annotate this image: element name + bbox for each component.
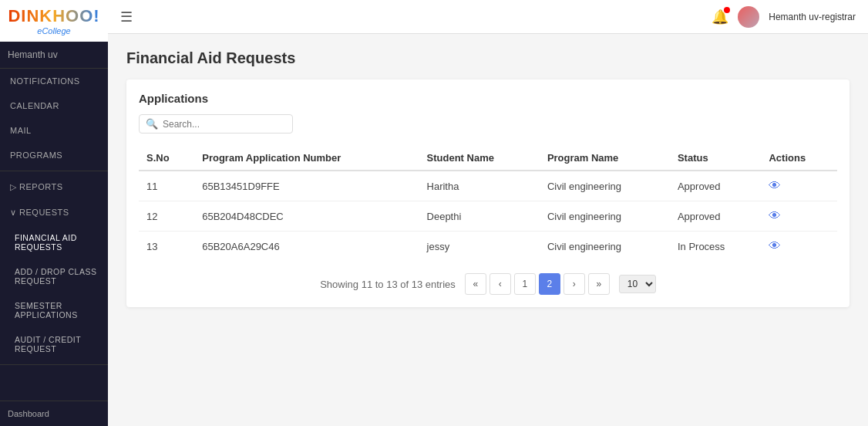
sidebar: DINKHOO! eCollege Hemanth uv NOTIFICATIO… bbox=[0, 0, 108, 426]
logo-dinkhoo: DINKHOO! bbox=[8, 6, 99, 26]
cell-status: Approved bbox=[670, 201, 762, 232]
page-last-btn[interactable]: » bbox=[588, 273, 610, 295]
sidebar-item-financial-aid[interactable]: FINANCIAL AID REQUESTS bbox=[0, 225, 108, 259]
sidebar-item-notifications[interactable]: NOTIFICATIONS bbox=[0, 69, 108, 93]
page-first-btn[interactable]: « bbox=[465, 273, 486, 295]
cell-program-name: Civil engineering bbox=[540, 171, 670, 201]
hamburger-icon[interactable]: ☰ bbox=[120, 8, 133, 25]
col-app-number: Program Application Number bbox=[194, 146, 419, 171]
cell-student-name: Deepthi bbox=[419, 201, 540, 232]
sidebar-item-reports[interactable]: ▷ REPORTS bbox=[0, 174, 108, 200]
topbar-right: 🔔 Hemanth uv-registrar bbox=[712, 6, 856, 28]
topbar: ☰ 🔔 Hemanth uv-registrar bbox=[108, 0, 868, 34]
cell-status: In Process bbox=[670, 232, 762, 262]
sidebar-item-calendar[interactable]: CALENDAR bbox=[0, 93, 108, 118]
cell-program-name: Civil engineering bbox=[540, 201, 670, 232]
page-title: Financial Aid Requests bbox=[126, 49, 849, 67]
cell-student-name: Haritha bbox=[419, 171, 540, 201]
logo-ecollege: eCollege bbox=[37, 26, 70, 36]
table-body: 11 65B13451D9FFE Haritha Civil engineeri… bbox=[139, 171, 837, 261]
topbar-username: Hemanth uv-registrar bbox=[769, 12, 856, 22]
cell-actions: 👁 bbox=[761, 201, 837, 232]
cell-sno: 12 bbox=[139, 201, 194, 232]
pagination-info: Showing 11 to 13 of 13 entries bbox=[320, 279, 456, 290]
cell-app-number: 65B13451D9FFE bbox=[194, 171, 419, 201]
avatar bbox=[738, 6, 759, 28]
sidebar-item-add-drop[interactable]: ADD / DROP CLASS REQUEST bbox=[0, 259, 108, 293]
table-row: 13 65B20A6A29C46 jessy Civil engineering… bbox=[139, 232, 837, 262]
sidebar-dashboard[interactable]: Dashboard bbox=[0, 401, 108, 426]
col-student-name: Student Name bbox=[419, 146, 540, 171]
search-input[interactable] bbox=[163, 119, 286, 130]
search-bar[interactable]: 🔍 bbox=[139, 114, 293, 134]
cell-app-number: 65B20A6A29C46 bbox=[194, 232, 419, 262]
card-title: Applications bbox=[139, 92, 837, 105]
sidebar-item-semester-apps[interactable]: SEMESTER APPLICATIONS bbox=[0, 293, 108, 327]
page-next-btn[interactable]: › bbox=[564, 273, 585, 295]
notification-dot bbox=[724, 7, 730, 13]
sidebar-user: Hemanth uv bbox=[0, 42, 108, 69]
applications-card: Applications 🔍 S.No Program Application … bbox=[126, 79, 849, 307]
cell-student-name: jessy bbox=[419, 232, 540, 262]
main-content: ☰ 🔔 Hemanth uv-registrar Financial Aid R… bbox=[108, 0, 868, 426]
col-program-name: Program Name bbox=[540, 146, 670, 171]
col-actions: Actions bbox=[761, 146, 837, 171]
col-status: Status bbox=[670, 146, 762, 171]
view-icon[interactable]: 👁 bbox=[769, 239, 781, 252]
cell-sno: 13 bbox=[139, 232, 194, 262]
cell-actions: 👁 bbox=[761, 171, 837, 201]
page-body: Financial Aid Requests Applications 🔍 S.… bbox=[108, 34, 868, 426]
topbar-left: ☰ bbox=[120, 8, 133, 25]
sidebar-logo: DINKHOO! eCollege bbox=[0, 0, 108, 42]
page-1-btn[interactable]: 1 bbox=[514, 273, 536, 295]
table-row: 11 65B13451D9FFE Haritha Civil engineeri… bbox=[139, 171, 837, 201]
cell-status: Approved bbox=[670, 171, 762, 201]
view-icon[interactable]: 👁 bbox=[769, 209, 781, 222]
table-row: 12 65B204D48CDEC Deepthi Civil engineeri… bbox=[139, 201, 837, 232]
pagination: Showing 11 to 13 of 13 entries « ‹ 1 2 ›… bbox=[139, 273, 837, 295]
per-page-select[interactable]: 10 25 50 bbox=[619, 275, 656, 293]
page-prev-btn[interactable]: ‹ bbox=[490, 273, 511, 295]
view-icon[interactable]: 👁 bbox=[769, 179, 781, 192]
table-header: S.No Program Application Number Student … bbox=[139, 146, 837, 171]
applications-table: S.No Program Application Number Student … bbox=[139, 146, 837, 261]
divider-1 bbox=[0, 171, 108, 171]
cell-actions: 👁 bbox=[761, 232, 837, 262]
col-sno: S.No bbox=[139, 146, 194, 171]
sidebar-item-requests[interactable]: ∨ REQUESTS bbox=[0, 200, 108, 225]
cell-program-name: Civil engineering bbox=[540, 232, 670, 262]
notification-bell-icon[interactable]: 🔔 bbox=[712, 8, 728, 25]
page-2-btn[interactable]: 2 bbox=[539, 273, 560, 295]
sidebar-item-mail[interactable]: MAIL bbox=[0, 118, 108, 143]
divider-2 bbox=[0, 364, 108, 365]
sidebar-item-audit-credit[interactable]: AUDIT / CREDIT REQUEST bbox=[0, 327, 108, 361]
search-icon: 🔍 bbox=[146, 118, 158, 130]
cell-app-number: 65B204D48CDEC bbox=[194, 201, 419, 232]
cell-sno: 11 bbox=[139, 171, 194, 201]
sidebar-item-programs[interactable]: PROGRAMS bbox=[0, 143, 108, 167]
